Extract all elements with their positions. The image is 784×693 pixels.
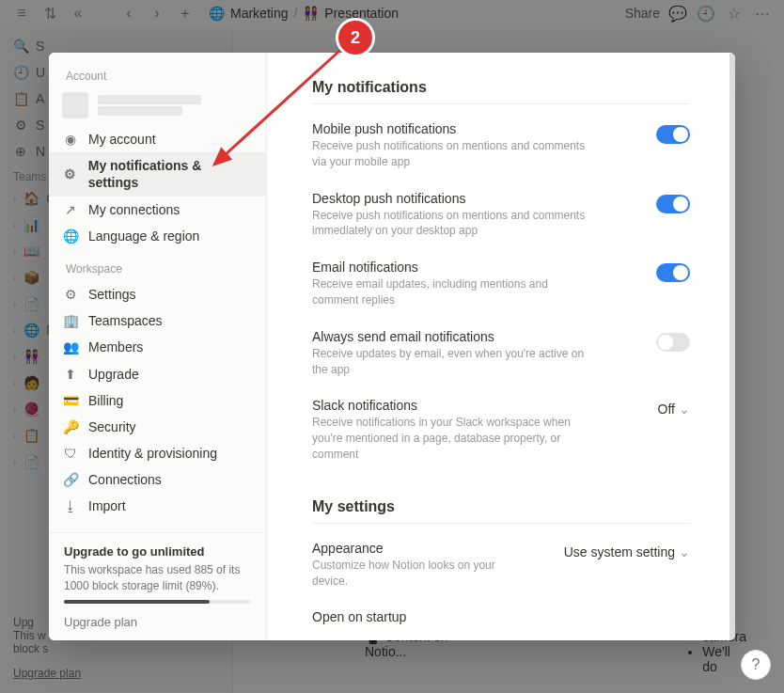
- appearance-dropdown[interactable]: Use system setting ⌄: [564, 544, 690, 559]
- sidebar-item-gear[interactable]: ⚙Settings: [49, 281, 266, 307]
- sidebar-item-label: Language & region: [88, 228, 199, 244]
- sidebar-item-label: Connections: [88, 471, 162, 488]
- sidebar-item-label: Settings: [88, 286, 136, 303]
- sidebar-item-arrow-up-circle[interactable]: ⬆Upgrade: [49, 361, 266, 387]
- notification-row: Email notifications Receive email update…: [312, 260, 690, 308]
- toggle[interactable]: [656, 125, 690, 144]
- notification-desc: Receive updates by email, even when you'…: [312, 346, 594, 378]
- chevron-down-icon: ⌄: [679, 544, 690, 559]
- notification-label: Email notifications: [312, 260, 634, 275]
- sidebar-item-label: Members: [88, 339, 143, 355]
- avatar: [62, 92, 88, 118]
- upgrade-box: Upgrade to go unlimited This workspace h…: [49, 532, 266, 604]
- arrow-up-circle-icon: ⬆: [62, 366, 79, 383]
- sidebar-item-label: My account: [88, 131, 156, 148]
- building-icon: 🏢: [62, 312, 79, 329]
- sidebar-item-label: Teamspaces: [88, 312, 163, 329]
- appearance-row: Appearance Customize how Notion looks on…: [312, 541, 690, 590]
- toggle[interactable]: [656, 333, 690, 352]
- workspace-section-label: Workspace: [49, 259, 266, 281]
- notification-row: Mobile push notifications Receive push n…: [312, 121, 690, 170]
- card-icon: 💳: [62, 392, 79, 409]
- notification-row: Always send email notifications Receive …: [312, 329, 690, 378]
- sidebar-item-card[interactable]: 💳Billing: [49, 387, 266, 414]
- slack-dropdown[interactable]: Off⌄: [658, 402, 690, 417]
- annotation-arrow: [197, 38, 367, 179]
- help-button[interactable]: ?: [741, 650, 771, 680]
- settings-modal: Account ◉My account⚙My notifications & s…: [49, 53, 735, 640]
- account-icon: ◉: [62, 131, 79, 148]
- svg-line-0: [214, 43, 348, 165]
- notification-label: Slack notifications: [312, 398, 635, 413]
- open-on-label: Open on startup: [312, 609, 690, 624]
- sidebar-item-label: Identity & provisioning: [88, 445, 217, 462]
- upgrade-desc: This workspace has used 885 of its 1000 …: [64, 562, 251, 594]
- notification-desc: Receive notifications in your Slack work…: [312, 415, 594, 462]
- external-icon: ↗: [62, 201, 79, 218]
- shield-icon: 🛡: [62, 445, 79, 462]
- sidebar-item-people[interactable]: 👥Members: [49, 334, 266, 360]
- sidebar-item-link[interactable]: 🔗Connections: [49, 466, 266, 493]
- toggle[interactable]: [656, 195, 690, 213]
- my-notifications-heading: My notifications: [312, 79, 690, 96]
- open-on-row: Open on startup: [312, 609, 690, 626]
- link-icon: 🔗: [62, 471, 79, 488]
- appearance-desc: Customize how Notion looks on your devic…: [312, 558, 500, 590]
- notification-row: Slack notifications Receive notification…: [312, 398, 690, 462]
- sidebar-item-external[interactable]: ↗My connections: [49, 197, 266, 223]
- sidebar-item-label: Import: [88, 497, 126, 514]
- notification-desc: Receive email updates, including mention…: [312, 276, 594, 308]
- sidebar-item-key[interactable]: 🔑Security: [49, 414, 266, 440]
- sidebar-item-download[interactable]: ⭳Import: [49, 493, 266, 519]
- people-icon: 👥: [62, 339, 79, 355]
- storage-bar: [64, 600, 251, 604]
- notification-desc: Receive push notifications on mentions a…: [312, 208, 594, 240]
- notification-label: Always send email notifications: [312, 329, 634, 344]
- notification-label: Desktop push notifications: [312, 191, 634, 206]
- key-icon: 🔑: [62, 418, 79, 435]
- sidebar-item-building[interactable]: 🏢Teamspaces: [49, 307, 266, 334]
- sidebar-item-label: Security: [88, 418, 136, 435]
- notification-row: Desktop push notifications Receive push …: [312, 191, 690, 240]
- sidebar-item-globe[interactable]: 🌐Language & region: [49, 223, 266, 249]
- gear-icon: ⚙: [62, 286, 79, 303]
- sidebar-item-shield[interactable]: 🛡Identity & provisioning: [49, 440, 266, 466]
- download-icon: ⭳: [62, 497, 79, 514]
- sliders-icon: ⚙: [62, 165, 79, 182]
- sidebar-item-label: Billing: [88, 392, 123, 409]
- annotation-badge: 2: [338, 21, 372, 55]
- sidebar-item-label: Upgrade: [88, 366, 139, 383]
- upgrade-plan-link[interactable]: Upgrade plan: [49, 604, 266, 640]
- chevron-down-icon: ⌄: [679, 402, 690, 417]
- upgrade-title: Upgrade to go unlimited: [64, 544, 251, 559]
- toggle[interactable]: [656, 263, 690, 282]
- sidebar-item-label: My connections: [88, 201, 180, 218]
- appearance-label: Appearance: [312, 541, 541, 556]
- my-settings-heading: My settings: [312, 498, 690, 515]
- globe-icon: 🌐: [62, 228, 79, 244]
